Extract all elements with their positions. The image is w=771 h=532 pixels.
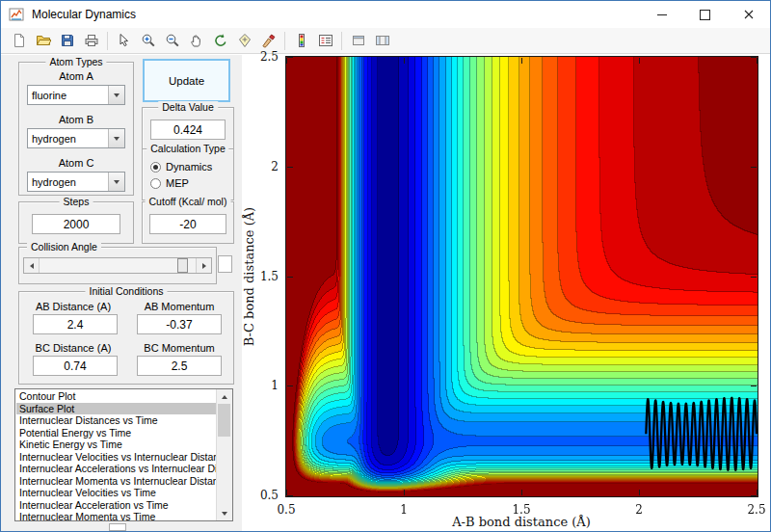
atom-b-label: Atom B bbox=[19, 114, 133, 125]
x-tick-label: 1.5 bbox=[505, 503, 538, 517]
x-tick-label: 2 bbox=[623, 503, 655, 517]
toolbar-separator bbox=[341, 32, 342, 50]
close-icon bbox=[744, 6, 754, 23]
bc-momentum-field[interactable] bbox=[137, 356, 222, 376]
zoom-in-button[interactable] bbox=[136, 29, 160, 53]
radio-mep[interactable]: MEP bbox=[150, 176, 189, 190]
new-figure-button[interactable] bbox=[7, 29, 31, 53]
list-item[interactable]: Internuclear Accelerations vs Internucle… bbox=[16, 463, 216, 475]
bc-distance-field[interactable] bbox=[33, 356, 118, 376]
tick-mark bbox=[287, 57, 293, 58]
atom-a-select[interactable]: fluorine bbox=[27, 85, 125, 105]
show-plot-tools-icon bbox=[375, 33, 390, 48]
list-item[interactable]: Internuclear Velocities vs Internuclear … bbox=[16, 451, 216, 464]
list-item[interactable]: Surface Plot bbox=[16, 403, 216, 415]
save-figure-icon bbox=[60, 33, 75, 48]
x-tick-label: 0.5 bbox=[270, 503, 303, 517]
hide-plot-tools-button[interactable] bbox=[346, 29, 370, 53]
insert-legend-button[interactable] bbox=[313, 29, 337, 53]
collision-angle-slider[interactable] bbox=[23, 257, 212, 274]
list-item[interactable]: Kinetic Energy vs Time bbox=[16, 439, 216, 451]
scrollbar-thumb[interactable] bbox=[218, 404, 230, 437]
bc-momentum-label: BC Momentum bbox=[131, 342, 227, 354]
save-figure-button[interactable] bbox=[55, 29, 79, 53]
panel-collision-angle: Collision Angle bbox=[18, 247, 217, 284]
data-cursor-icon bbox=[237, 33, 253, 48]
control-panel-region: Atom Types Atom A fluorine Atom B hydrog… bbox=[1, 55, 242, 531]
radio-label: MEP bbox=[166, 177, 189, 189]
tick-mark bbox=[639, 490, 640, 495]
tick-mark bbox=[757, 58, 758, 64]
steps-field[interactable] bbox=[32, 214, 120, 234]
toolbar-separator bbox=[284, 32, 285, 50]
slider-track[interactable] bbox=[40, 258, 196, 273]
close-button[interactable] bbox=[727, 1, 770, 28]
atom-c-label: Atom C bbox=[19, 157, 133, 169]
slider-thumb[interactable] bbox=[177, 258, 188, 273]
scroll-up-icon[interactable] bbox=[217, 389, 232, 404]
scroll-down-icon[interactable] bbox=[217, 506, 232, 520]
radio-icon bbox=[150, 162, 161, 173]
tick-mark bbox=[757, 490, 758, 495]
tick-mark bbox=[751, 277, 757, 278]
new-figure-icon bbox=[12, 33, 27, 48]
y-tick-label: 1 bbox=[248, 379, 279, 392]
panel-steps-title: Steps bbox=[60, 196, 93, 208]
maximize-button[interactable] bbox=[683, 1, 727, 28]
rotate-3d-icon bbox=[213, 33, 228, 48]
list-item[interactable]: Internuclear Momenta vs Internuclear Dis… bbox=[16, 475, 216, 488]
minimize-button[interactable] bbox=[640, 1, 683, 28]
list-item[interactable]: Contour Plot bbox=[16, 390, 216, 403]
atom-a-label: Atom A bbox=[19, 70, 133, 82]
maximize-icon bbox=[700, 10, 710, 20]
zoom-out-icon bbox=[165, 33, 180, 48]
ab-distance-field[interactable] bbox=[33, 314, 118, 334]
data-cursor-button[interactable] bbox=[232, 29, 256, 53]
ab-momentum-label: AB Momentum bbox=[131, 301, 227, 312]
radio-dynamics[interactable]: Dynamics bbox=[150, 160, 212, 173]
panel-delta-title: Delta Value bbox=[158, 101, 218, 114]
hide-plot-tools-icon bbox=[351, 33, 366, 48]
atom-a-value: fluorine bbox=[28, 90, 108, 101]
tick-mark bbox=[639, 58, 640, 64]
open-file-button[interactable] bbox=[31, 29, 55, 53]
app-icon bbox=[9, 7, 24, 22]
atom-c-select[interactable]: hydrogen bbox=[27, 172, 125, 192]
list-item[interactable]: Potential Energy vs Time bbox=[16, 427, 216, 439]
y-tick-label: 2 bbox=[248, 160, 279, 173]
toolbar-separator bbox=[107, 32, 108, 50]
toolbar bbox=[1, 28, 770, 54]
tick-mark bbox=[287, 495, 293, 496]
delta-value-field[interactable] bbox=[150, 120, 226, 140]
brush-button[interactable] bbox=[256, 29, 280, 53]
collision-angle-edit[interactable] bbox=[218, 255, 232, 273]
tick-mark bbox=[286, 58, 287, 64]
insert-colorbar-icon bbox=[294, 33, 309, 48]
print-figure-button[interactable] bbox=[79, 29, 103, 53]
listbox-scrollbar[interactable] bbox=[216, 389, 232, 520]
slider-right-arrow-icon[interactable] bbox=[196, 258, 211, 273]
slider-left-arrow-icon[interactable] bbox=[24, 258, 40, 273]
list-item[interactable]: Internuclear Acceleration vs Time bbox=[16, 499, 216, 512]
ab-momentum-field[interactable] bbox=[137, 314, 222, 334]
atom-b-select[interactable]: hydrogen bbox=[27, 128, 125, 148]
tick-mark bbox=[287, 277, 293, 278]
list-item[interactable]: Internuclear Momenta vs Time bbox=[16, 511, 216, 520]
insert-colorbar-button[interactable] bbox=[289, 29, 313, 53]
cutoff-field[interactable] bbox=[149, 214, 226, 234]
tick-mark bbox=[751, 495, 757, 496]
rotate-3d-button[interactable] bbox=[208, 29, 232, 53]
show-plot-tools-button[interactable] bbox=[370, 29, 394, 53]
edit-plot-button[interactable] bbox=[112, 29, 136, 53]
radio-icon bbox=[150, 178, 161, 189]
clipped-control[interactable] bbox=[109, 523, 126, 531]
ab-distance-label: AB Distance (A) bbox=[23, 301, 123, 312]
update-button[interactable]: Update bbox=[143, 59, 230, 102]
list-item[interactable]: Internuclear Distances vs Time bbox=[16, 414, 216, 427]
list-item[interactable]: Internuclear Velocities vs Time bbox=[16, 487, 216, 499]
chevron-down-icon bbox=[108, 86, 124, 104]
zoom-out-button[interactable] bbox=[160, 29, 184, 53]
app-window: Molecular Dynamics Atom Types Atom A flu… bbox=[0, 0, 771, 532]
chevron-down-icon bbox=[108, 129, 124, 147]
pan-button[interactable] bbox=[184, 29, 208, 53]
